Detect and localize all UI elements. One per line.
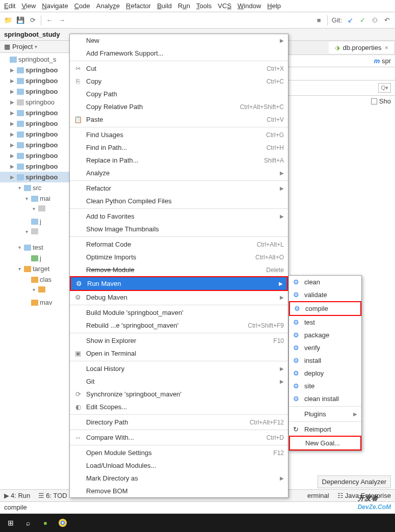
menu-item[interactable]: Find in Path...Ctrl+H — [70, 141, 288, 154]
menu-item[interactable]: ▣Open in Terminal — [70, 347, 288, 360]
menubar: Edit View Navigate Code Analyze Refactor… — [0, 0, 395, 12]
menu-item[interactable]: Rebuild ...e 'springboot_maven'Ctrl+Shif… — [70, 319, 288, 332]
git-revert-icon[interactable]: ↶ — [383, 16, 391, 24]
submenu-item[interactable]: ↻Reimport — [289, 423, 361, 436]
git-label: Git: — [332, 16, 342, 24]
menu-item[interactable]: Local History▶ — [70, 362, 288, 375]
menu-item[interactable]: Remove ModuleDelete — [70, 263, 288, 276]
menu-item[interactable]: Reformat CodeCtrl+Alt+L — [70, 238, 288, 251]
browser-icon[interactable]: ● — [39, 516, 52, 529]
submenu-item[interactable]: New Goal... — [289, 436, 361, 450]
menu-item[interactable]: Show Image Thumbnails — [70, 223, 288, 235]
menu-item[interactable]: Load/Unload Modules... — [70, 459, 288, 472]
git-commit-icon[interactable]: ✓ — [358, 16, 366, 24]
menu-refactor[interactable]: Refactor — [126, 2, 151, 10]
close-icon[interactable]: × — [384, 44, 388, 51]
submenu-item[interactable]: ⚙compile — [289, 301, 361, 316]
windows-taskbar: ⊞ ⌕ ● — [0, 514, 395, 532]
submenu-item[interactable]: ⚙site — [289, 380, 361, 392]
back-icon[interactable]: ← — [45, 16, 54, 24]
menu-item[interactable]: Optimize ImportsCtrl+Alt+O — [70, 251, 288, 263]
menu-item[interactable]: Mark Directory as▶ — [70, 472, 288, 485]
toolbar: 📁 💾 ⟳ ← → ■ Git: ↙ ✓ ⏲ ↶ — [0, 12, 395, 29]
run-maven-submenu: ⚙clean⚙validate⚙compile⚙test⚙package⚙ver… — [288, 275, 362, 451]
editor-tab-db[interactable]: ⬗ db.properties × — [329, 42, 395, 54]
menu-window[interactable]: Window — [238, 2, 261, 10]
show-checkbox[interactable] — [371, 98, 377, 104]
menu-item[interactable]: Add to Favorites▶ — [70, 210, 288, 223]
menu-item[interactable]: ⚙Run Maven▶ — [70, 276, 288, 291]
menu-item[interactable]: Copy Path — [70, 88, 288, 100]
context-menu: New▶Add Framework Support...✂CutCtrl+X⎘C… — [69, 34, 288, 498]
menu-item[interactable]: ↔Compare With...Ctrl+D — [70, 431, 288, 444]
menu-item[interactable]: New▶ — [70, 34, 288, 47]
submenu-item[interactable]: ⚙deploy — [289, 367, 361, 380]
menu-item[interactable]: Add Framework Support... — [70, 47, 288, 60]
open-icon[interactable]: 📁 — [4, 16, 12, 24]
submenu-item[interactable]: ⚙clean install — [289, 392, 361, 405]
menu-item[interactable]: Build Module 'springboot_maven' — [70, 306, 288, 319]
watermark: 开发者 DevZe.CoM — [358, 490, 391, 511]
menu-item[interactable]: Clean Python Compiled Files — [70, 195, 288, 207]
menu-item[interactable]: ✂CutCtrl+X — [70, 62, 288, 75]
forward-icon[interactable]: → — [58, 16, 66, 24]
menu-vcs[interactable]: VCS — [218, 2, 231, 10]
separator — [327, 15, 328, 25]
submenu-item[interactable]: ⚙install — [289, 354, 361, 367]
menu-edit[interactable]: Edit — [4, 2, 15, 10]
menu-item[interactable]: ⚙Debug Maven▶ — [70, 291, 288, 304]
git-history-icon[interactable]: ⏲ — [371, 16, 379, 24]
chevron-down-icon[interactable]: ▾ — [35, 44, 37, 49]
menu-build[interactable]: Build — [157, 2, 172, 10]
submenu-item[interactable]: ⚙verify — [289, 341, 361, 354]
menu-item[interactable]: Analyze▶ — [70, 167, 288, 179]
submenu-item[interactable]: Plugins▶ — [289, 408, 361, 420]
menu-item[interactable]: Replace in Path...Shift+A — [70, 154, 288, 167]
search-icon[interactable]: ⌕ — [21, 516, 35, 529]
menu-help[interactable]: Help — [267, 2, 281, 10]
menu-item[interactable]: Show in ExplorerF10 — [70, 334, 288, 347]
menu-item[interactable]: Copy Relative PathCtrl+Alt+Shift+C — [70, 100, 288, 113]
submenu-item[interactable]: ⚙package — [289, 329, 361, 341]
submenu-item[interactable]: ⚙clean — [289, 276, 361, 288]
menu-view[interactable]: View — [21, 2, 36, 10]
menu-code[interactable]: Code — [74, 2, 90, 10]
tool-run[interactable]: ▶ 4: Run — [4, 492, 30, 499]
menu-item[interactable]: Find UsagesCtrl+G — [70, 128, 288, 141]
menu-item[interactable]: Open Module SettingsF12 — [70, 446, 288, 459]
status-bar: compile — [0, 501, 395, 514]
menu-item[interactable]: ⎘CopyCtrl+C — [70, 75, 288, 88]
menu-analyze[interactable]: Analyze — [96, 2, 120, 10]
menu-item[interactable]: ◐Edit Scopes... — [70, 401, 288, 413]
maven-icon: m — [374, 57, 380, 65]
menu-tools[interactable]: Tools — [196, 2, 212, 10]
tab-dependency-analyzer[interactable]: Dependency Analyzer — [318, 475, 391, 488]
menu-item[interactable]: Git▶ — [70, 375, 288, 388]
svg-point-2 — [62, 522, 64, 524]
submenu-item[interactable]: ⚙test — [289, 316, 361, 329]
submenu-item[interactable]: ⚙validate — [289, 288, 361, 301]
search-icon[interactable]: Q▾ — [378, 83, 391, 93]
tool-todo[interactable]: ☰ 6: TOD — [38, 492, 67, 499]
refresh-icon[interactable]: ⟳ — [29, 16, 37, 24]
stop-icon[interactable]: ■ — [315, 16, 323, 24]
separator — [41, 15, 41, 25]
menu-navigate[interactable]: Navigate — [42, 2, 68, 10]
file-icon: ⬗ — [335, 44, 340, 51]
menu-item[interactable]: Refactor▶ — [70, 182, 288, 195]
menu-item[interactable]: ⟳Synchronize 'springboot_maven' — [70, 388, 288, 401]
chrome-icon[interactable] — [56, 516, 69, 529]
project-icon: ▦ — [4, 43, 10, 50]
menu-item[interactable]: 📋PasteCtrl+V — [70, 113, 288, 126]
menu-run[interactable]: Run — [178, 2, 190, 10]
menu-item[interactable]: Remove BOM — [70, 485, 288, 497]
start-icon[interactable]: ⊞ — [4, 516, 17, 529]
git-update-icon[interactable]: ↙ — [346, 16, 354, 24]
menu-item[interactable]: Directory PathCtrl+Alt+F12 — [70, 416, 288, 429]
save-icon[interactable]: 💾 — [16, 16, 24, 24]
tool-terminal[interactable]: erminal — [307, 492, 329, 499]
